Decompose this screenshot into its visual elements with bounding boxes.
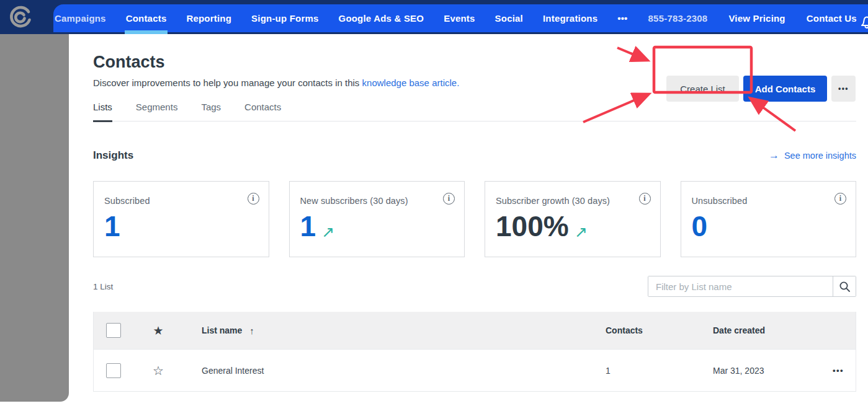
- list-name-header[interactable]: List name: [202, 325, 242, 335]
- tab-contacts[interactable]: Contacts: [244, 102, 281, 121]
- nav-utility-items: 855-783-2308 View Pricing Contact Us Hel…: [638, 4, 868, 32]
- main-content: Contacts Discover improvements to help y…: [69, 34, 868, 406]
- filter-by-list-name-input[interactable]: [648, 276, 833, 296]
- insights-title: Insights: [93, 150, 133, 161]
- nav-overflow-menu-icon[interactable]: •••: [607, 4, 637, 32]
- more-actions-button[interactable]: •••: [831, 76, 856, 102]
- search-icon: [839, 281, 851, 293]
- card-unsubscribed: Unsubscribed i 0: [681, 181, 857, 257]
- info-icon[interactable]: i: [443, 193, 455, 205]
- sort-ascending-icon[interactable]: ↑: [249, 325, 254, 336]
- top-navbar: Campaigns Contacts Reporting Sign-up For…: [0, 0, 868, 34]
- info-icon[interactable]: i: [248, 193, 259, 205]
- info-icon[interactable]: i: [639, 193, 651, 205]
- card-label: Unsubscribed: [692, 196, 846, 206]
- add-contacts-button[interactable]: Add Contacts: [743, 76, 827, 102]
- knowledge-base-link[interactable]: knowledge base article.: [362, 77, 460, 88]
- page-header: Contacts Discover improvements to help y…: [93, 52, 856, 89]
- contacts-page: { "nav": { "items": ["Campaigns", "Conta…: [0, 0, 868, 406]
- card-value: 1: [104, 211, 258, 241]
- card-label: Subscriber growth (30 days): [496, 196, 650, 206]
- right-arrow-icon: →: [769, 151, 779, 160]
- page-description-text: Discover improvements to help you manage…: [93, 77, 359, 88]
- card-subscribed: Subscribed i 1: [93, 181, 269, 257]
- card-subscriber-growth: Subscriber growth (30 days) i 100% ↗: [485, 181, 661, 257]
- date-created-header[interactable]: Date created: [694, 325, 821, 335]
- date-created-cell: Mar 31, 2023: [694, 366, 821, 376]
- lists-table: ★ List name ↑ Contacts Date created ☆ Ge…: [93, 312, 856, 392]
- nav-item-integrations[interactable]: Integrations: [533, 4, 607, 32]
- tab-segments[interactable]: Segments: [136, 102, 178, 121]
- contacts-count-cell: 1: [585, 366, 694, 376]
- info-icon[interactable]: i: [834, 193, 846, 205]
- favorite-star-header-icon[interactable]: ★: [153, 324, 163, 338]
- create-list-button[interactable]: Create List: [666, 76, 739, 102]
- table-header-row: ★ List name ↑ Contacts Date created: [94, 312, 856, 349]
- favorite-star-icon[interactable]: ☆: [153, 363, 164, 378]
- nav-item-campaigns[interactable]: Campaigns: [55, 4, 116, 32]
- card-label: Subscribed: [104, 196, 258, 206]
- insight-cards: Subscribed i 1 New subscribers (30 days)…: [93, 181, 856, 257]
- trend-up-icon: ↗: [321, 223, 334, 241]
- nav-item-phone-number[interactable]: 855-783-2308: [638, 4, 718, 32]
- select-all-checkbox[interactable]: [106, 323, 121, 338]
- nav-item-contacts[interactable]: Contacts: [116, 4, 177, 32]
- nav-item-view-pricing[interactable]: View Pricing: [718, 4, 795, 32]
- see-more-insights-link[interactable]: → See more insights: [769, 151, 856, 161]
- card-label: New subscribers (30 days): [300, 196, 454, 206]
- left-gray-backdrop: [0, 34, 69, 402]
- card-value: 0: [692, 211, 846, 241]
- contacts-tabs: Lists Segments Tags Contacts: [93, 102, 856, 121]
- list-controls: 1 List: [93, 276, 856, 297]
- card-value: 100% ↗: [496, 211, 650, 241]
- list-name-cell[interactable]: General Interest: [202, 366, 264, 376]
- notifications-bell-icon[interactable]: [857, 12, 868, 33]
- see-more-insights-label: See more insights: [784, 151, 856, 161]
- header-actions: Create List Add Contacts •••: [666, 76, 856, 102]
- nav-item-signup-forms[interactable]: Sign-up Forms: [241, 4, 328, 32]
- trend-up-icon: ↗: [575, 223, 588, 241]
- nav-item-google-ads-seo[interactable]: Google Ads & SEO: [329, 4, 434, 32]
- nav-pill: Campaigns Contacts Reporting Sign-up For…: [53, 4, 868, 32]
- list-count: 1 List: [93, 282, 113, 291]
- contacts-header[interactable]: Contacts: [585, 325, 694, 335]
- table-row: ☆ General Interest 1 Mar 31, 2023 •••: [94, 349, 856, 391]
- card-new-subscribers: New subscribers (30 days) i 1 ↗: [289, 181, 465, 257]
- nav-item-social[interactable]: Social: [485, 4, 533, 32]
- card-value: 1 ↗: [300, 211, 454, 241]
- nav-item-events[interactable]: Events: [434, 4, 485, 32]
- nav-item-contact-us[interactable]: Contact Us: [796, 4, 867, 32]
- constant-contact-logo-icon[interactable]: [7, 4, 34, 31]
- search-button[interactable]: [833, 276, 856, 296]
- filter-widget: [648, 276, 856, 297]
- row-checkbox[interactable]: [106, 363, 121, 378]
- nav-main-items: Campaigns Contacts Reporting Sign-up For…: [53, 4, 638, 32]
- insights-header: Insights → See more insights: [93, 150, 856, 161]
- tab-lists[interactable]: Lists: [93, 102, 112, 122]
- nav-item-reporting[interactable]: Reporting: [176, 4, 241, 32]
- page-title: Contacts: [93, 52, 856, 72]
- row-menu-icon[interactable]: •••: [833, 366, 844, 375]
- tab-tags[interactable]: Tags: [201, 102, 221, 121]
